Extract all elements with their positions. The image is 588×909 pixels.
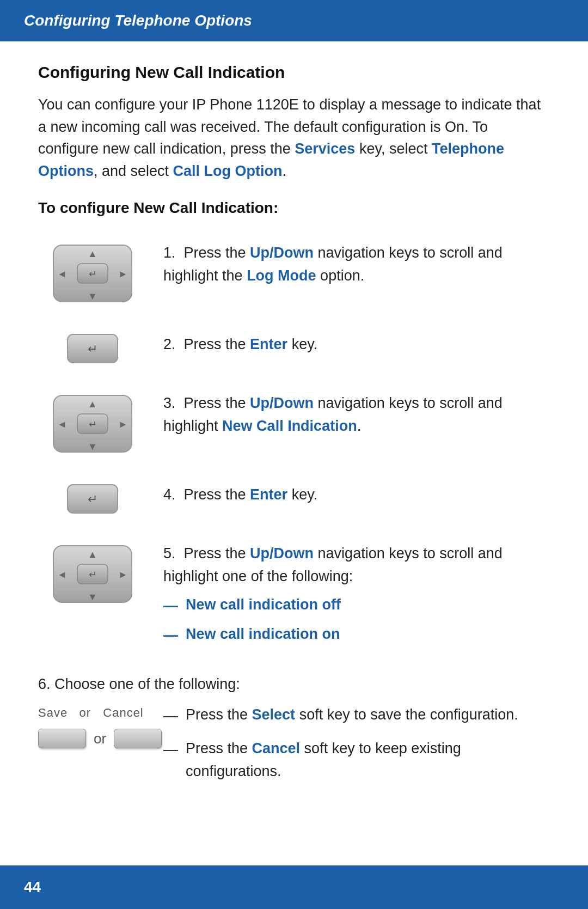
step-2-end: key. xyxy=(287,336,317,352)
step-1-logmode: Log Mode xyxy=(247,267,316,284)
enter-key-icon-2: ↵ xyxy=(65,483,120,515)
step-1-updown: Up/Down xyxy=(250,245,314,261)
svg-text:►: ► xyxy=(118,419,128,430)
footer: 44 xyxy=(0,865,588,909)
softkey-cancel-text: Press the Cancel soft key to keep existi… xyxy=(186,737,550,783)
step-2-enter: Enter xyxy=(250,336,287,352)
step-3-pre: Press the xyxy=(184,395,250,411)
step-3-text: 3. Press the Up/Down navigation keys to … xyxy=(163,389,550,438)
softkey-cancel-label: Cancel xyxy=(95,706,144,720)
intro-end: . xyxy=(283,163,287,179)
nav-key-icon-3: ↵ ▲ ▼ ◄ ► xyxy=(49,541,136,607)
step-5-pre: Press the xyxy=(184,545,250,562)
svg-text:◄: ◄ xyxy=(57,269,67,279)
calllog-link: Call Log Option xyxy=(173,163,283,179)
services-link: Services xyxy=(295,141,355,157)
step-5-row: ↵ ▲ ▼ ◄ ► 5. Press the Up/Down navigatio… xyxy=(38,539,550,652)
page-number: 44 xyxy=(24,879,41,896)
svg-text:▲: ▲ xyxy=(88,248,97,259)
bullet-on: — New call indication on xyxy=(163,623,550,647)
enter-key-icon-1: ↵ xyxy=(65,332,120,365)
step-1-pre: Press the xyxy=(184,245,250,261)
softkey-select-label: Save or xyxy=(38,706,91,720)
softkey-image-area: Save or Cancel or xyxy=(38,704,147,748)
step-4-number: 4. xyxy=(163,486,184,503)
svg-text:▲: ▲ xyxy=(88,549,97,560)
step-3-image: ↵ ▲ ▼ ◄ ► xyxy=(38,389,147,456)
step-3-newcall: New Call Indication xyxy=(222,418,357,434)
step-5-bullets: — New call indication off — New call ind… xyxy=(163,594,550,647)
step-4-enter: Enter xyxy=(250,486,287,503)
cancel-softkey-button[interactable] xyxy=(114,729,162,748)
svg-text:▼: ▼ xyxy=(88,441,97,452)
bullet-on-text: New call indication on xyxy=(186,623,340,646)
step-1-image: ↵ ▲ ▼ ◄ ► xyxy=(38,239,147,306)
svg-text:↵: ↵ xyxy=(89,419,97,430)
or-label: or xyxy=(94,730,106,747)
softkey-select-text: Press the Select soft key to save the co… xyxy=(186,704,518,727)
intro-paragraph: You can configure your IP Phone 1120E to… xyxy=(38,94,550,182)
softkey-select-item: — Press the Select soft key to save the … xyxy=(163,704,550,728)
step-3-end: . xyxy=(357,418,362,434)
step-2-pre: Press the xyxy=(184,336,250,352)
svg-text:▼: ▼ xyxy=(88,291,97,302)
intro-and: , and select xyxy=(94,163,173,179)
steps-container: ↵ ▲ ▼ ◄ ► 1. Press the Up/Down navigatio… xyxy=(38,239,550,676)
step-6-label: 6. Choose one of the following: xyxy=(38,676,550,693)
nav-key-icon-1: ↵ ▲ ▼ ◄ ► xyxy=(49,241,136,306)
bullet-off-text: New call indication off xyxy=(186,594,341,617)
step-3-row: ↵ ▲ ▼ ◄ ► 3. Press the Up/Down navigatio… xyxy=(38,389,550,456)
step-1-text: 1. Press the Up/Down navigation keys to … xyxy=(163,239,550,288)
step-4-text: 4. Press the Enter key. xyxy=(163,480,550,507)
step-5-text: 5. Press the Up/Down navigation keys to … xyxy=(163,539,550,652)
step-5-image: ↵ ▲ ▼ ◄ ► xyxy=(38,539,147,607)
svg-text:↵: ↵ xyxy=(88,492,97,506)
svg-text:◄: ◄ xyxy=(57,419,67,430)
dash-icon-2: — xyxy=(163,624,178,647)
step-4-row: ↵ 4. Press the Enter key. xyxy=(38,480,550,515)
softkey-details: — Press the Select soft key to save the … xyxy=(163,704,550,793)
cancel-label: Cancel xyxy=(252,740,301,757)
step-1-row: ↵ ▲ ▼ ◄ ► 1. Press the Up/Down navigatio… xyxy=(38,239,550,306)
step-4-end: key. xyxy=(287,486,317,503)
step-3-number: 3. xyxy=(163,395,184,411)
softkey-dash-2: — xyxy=(163,739,178,761)
softkey-dash-1: — xyxy=(163,705,178,728)
dash-icon-1: — xyxy=(163,595,178,618)
header-bar: Configuring Telephone Options xyxy=(0,0,588,41)
step-3-updown: Up/Down xyxy=(250,395,314,411)
nav-key-icon-2: ↵ ▲ ▼ ◄ ► xyxy=(49,391,136,456)
svg-text:►: ► xyxy=(118,569,128,580)
softkey-row: Save or Cancel or — Press the Select sof… xyxy=(38,704,550,793)
svg-text:↵: ↵ xyxy=(89,569,97,580)
step-2-text: 2. Press the Enter key. xyxy=(163,330,550,356)
step-4-image: ↵ xyxy=(38,480,147,515)
main-content: Configuring New Call Indication You can … xyxy=(0,41,588,831)
step-1-end: option. xyxy=(316,267,365,284)
section-title: Configuring New Call Indication xyxy=(38,63,550,82)
select-label: Select xyxy=(252,706,296,723)
bullet-off: — New call indication off xyxy=(163,594,550,618)
step-4-pre: Press the xyxy=(184,486,250,503)
step-5-updown: Up/Down xyxy=(250,545,314,562)
svg-text:↵: ↵ xyxy=(88,342,97,356)
step-2-image: ↵ xyxy=(38,330,147,365)
svg-text:►: ► xyxy=(118,269,128,279)
softkey-cancel-item: — Press the Cancel soft key to keep exis… xyxy=(163,737,550,783)
step-1-number: 1. xyxy=(163,245,184,261)
intro-text-mid: key, select xyxy=(355,141,432,157)
subsection-title: To configure New Call Indication: xyxy=(38,199,550,217)
svg-text:↵: ↵ xyxy=(89,269,97,279)
step-5-number: 5. xyxy=(163,545,184,562)
svg-text:▼: ▼ xyxy=(88,591,97,602)
step-2-number: 2. xyxy=(163,336,184,352)
svg-text:▲: ▲ xyxy=(88,399,97,410)
select-softkey-button[interactable] xyxy=(38,729,86,748)
softkey-labels: Save or Cancel xyxy=(38,706,144,720)
step-2-row: ↵ 2. Press the Enter key. xyxy=(38,330,550,365)
svg-text:◄: ◄ xyxy=(57,569,67,580)
header-title: Configuring Telephone Options xyxy=(24,12,252,29)
